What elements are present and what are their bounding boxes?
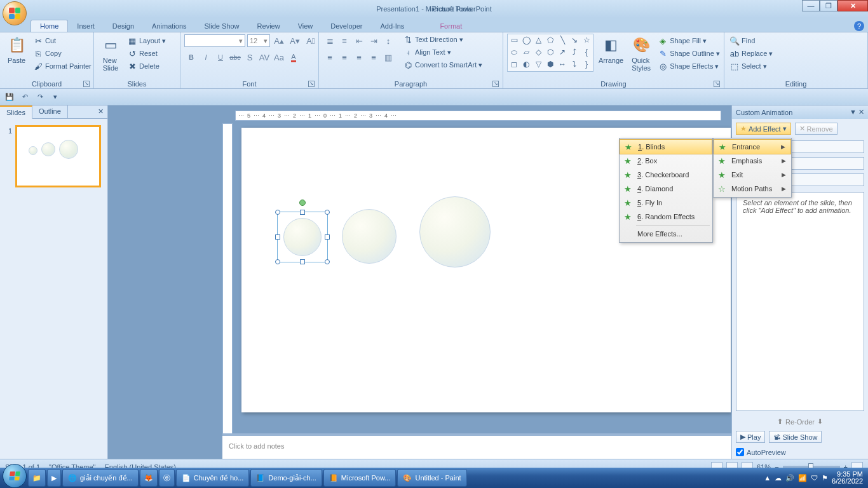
tab-home[interactable]: Home [31,20,68,32]
tab-animations[interactable]: Animations [143,20,195,32]
effect-diamond[interactable]: ★4. Diamond [620,182,712,196]
select-button[interactable]: ⬚Select ▾ [728,60,774,72]
add-effect-button[interactable]: ★Add Effect ▾ [736,123,791,135]
outline-tab[interactable]: Outline [32,105,68,118]
effect-random[interactable]: ★6. Random Effects [620,210,712,224]
shadow-icon[interactable]: S [243,50,257,64]
tab-review[interactable]: Review [248,20,289,32]
shrink-font-icon[interactable]: A▾ [288,34,302,48]
tab-addins[interactable]: Add-Ins [371,20,413,32]
close-button[interactable]: ✕ [837,0,868,11]
underline-icon[interactable]: U [214,50,227,64]
tray-icon[interactable]: 📶 [798,474,807,482]
start-button[interactable] [3,464,27,488]
qat-more-icon[interactable]: ▾ [50,92,61,103]
linespacing-icon[interactable]: ↕ [381,34,395,48]
slideshow-button[interactable]: 📽 Slide Show [769,431,822,443]
tb-chrome[interactable]: 🌐 giải chuyến đề... [62,469,139,487]
align-right-icon[interactable]: ≡ [352,50,366,64]
tb-paint[interactable]: 🎨 Untitled - Paint [397,469,466,487]
tb-foxit[interactable]: 📄 Chuyên đề ho... [176,469,250,487]
font-name-select[interactable]: ▾ [184,34,245,47]
system-tray[interactable]: ▲ ☁ 🔊 📶 🛡 ⚑ 9:35 PM6/26/2022 [764,471,865,485]
tab-insert[interactable]: Insert [68,20,104,32]
arrange-button[interactable]: ◧Arrange [596,34,626,65]
justify-icon[interactable]: ≡ [367,50,381,64]
selection-box[interactable] [277,212,328,262]
panel-close-icon[interactable]: ✕ [94,105,107,118]
find-button[interactable]: 🔍Find [728,35,774,46]
tab-developer[interactable]: Developer [322,20,371,32]
effect-blinds[interactable]: ★1. Blinds [620,139,712,154]
tb-firefox[interactable]: 🦊 [140,469,158,487]
effect-flyin[interactable]: ★5. Fly In [620,196,712,210]
tray-icon[interactable]: ⚑ [822,474,828,482]
panel-close-icon[interactable]: ✕ [858,108,864,116]
notes-pane[interactable]: Click to add notes [222,433,731,459]
font-size-select[interactable]: 12▾ [247,34,270,47]
tb-word[interactable]: 📘 Demo-giải-ch... [250,469,322,487]
strike-icon[interactable]: abc [228,50,242,64]
tab-slideshow[interactable]: Slide Show [196,20,248,32]
cat-exit[interactable]: ★Exit▶ [714,168,791,182]
clipboard-launcher[interactable]: ↘ [83,81,90,87]
cat-motion[interactable]: ☆Motion Paths▶ [714,182,791,196]
shape-outline-button[interactable]: ✎Shape Outline ▾ [656,48,721,59]
grow-font-icon[interactable]: A▴ [272,34,286,48]
minimize-button[interactable]: — [802,0,820,11]
effect-box[interactable]: ★2. Box [620,154,712,168]
shape-effects-button[interactable]: ◎Shape Effects ▾ [656,60,721,72]
font-launcher[interactable]: ↘ [308,81,315,87]
tb-media[interactable]: ▶ [47,469,61,487]
reset-button[interactable]: ↺Reset [126,48,167,59]
align-center-icon[interactable]: ≡ [337,50,351,64]
restore-button[interactable]: ❐ [820,0,837,11]
columns-icon[interactable]: ▥ [381,50,395,64]
italic-icon[interactable]: I [199,50,213,64]
tray-icon[interactable]: 🔊 [785,474,794,482]
bold-icon[interactable]: B [184,50,198,64]
play-button[interactable]: ▶ Play [736,431,765,443]
tb-powerpoint[interactable]: 📙 Microsoft Pow... [323,469,397,487]
drawing-launcher[interactable]: ↘ [714,81,720,87]
tab-design[interactable]: Design [104,20,143,32]
redo-icon[interactable]: ↷ [34,92,46,103]
paragraph-launcher[interactable]: ↘ [492,81,499,87]
tray-icon[interactable]: ▲ [764,474,771,482]
tray-icon[interactable]: 🛡 [811,474,818,482]
cat-emphasis[interactable]: ★Emphasis▶ [714,154,791,168]
numbering-icon[interactable]: ≡ [337,34,351,48]
fontcolor-icon[interactable]: A [287,50,301,64]
cat-entrance[interactable]: ★Entrance▶ [714,139,791,154]
cut-button[interactable]: ✂Cut [32,35,93,46]
layout-button[interactable]: ▦Layout ▾ [126,35,167,46]
align-left-icon[interactable]: ≡ [323,50,337,64]
quick-styles-button[interactable]: 🎨Quick Styles [628,34,654,73]
spacing-icon[interactable]: AV [257,50,271,64]
replace-button[interactable]: abReplace ▾ [728,48,774,59]
new-slide-button[interactable]: ▭ New Slide [98,34,123,73]
indent-inc-icon[interactable]: ⇥ [367,34,381,48]
paste-button[interactable]: 📋 Paste [4,34,29,65]
delete-button[interactable]: ✖Delete [126,60,167,72]
slides-tab[interactable]: Slides [0,105,32,119]
indent-dec-icon[interactable]: ⇤ [352,34,366,48]
bullets-icon[interactable]: ≣ [323,34,337,48]
copy-button[interactable]: ⎘Copy [32,48,93,59]
panel-dropdown-icon[interactable]: ▼ [850,108,857,116]
tab-format[interactable]: Format [431,20,471,32]
help-icon[interactable]: ? [854,21,864,31]
tb-ie[interactable]: ⓔ [159,469,175,487]
shapes-gallery[interactable]: ▭◯△⬠╲↘☆ ⬭▱◇⬡↗⤴{ ◻◐▽⬢↔⤵} [507,34,593,72]
shape-fill-button[interactable]: ◈Shape Fill ▾ [656,35,721,46]
more-effects[interactable]: More Effects... [620,227,712,241]
effect-checkerboard[interactable]: ★3. Checkerboard [620,168,712,182]
format-painter-button[interactable]: 🖌Format Painter [32,60,93,72]
autopreview-checkbox[interactable]: AutoPreview [732,445,868,459]
tab-view[interactable]: View [289,20,322,32]
rotate-handle[interactable] [299,200,306,206]
office-button[interactable] [3,1,27,25]
save-icon[interactable]: 💾 [4,92,15,103]
tray-icon[interactable]: ☁ [775,474,782,482]
undo-icon[interactable]: ↶ [19,92,31,103]
